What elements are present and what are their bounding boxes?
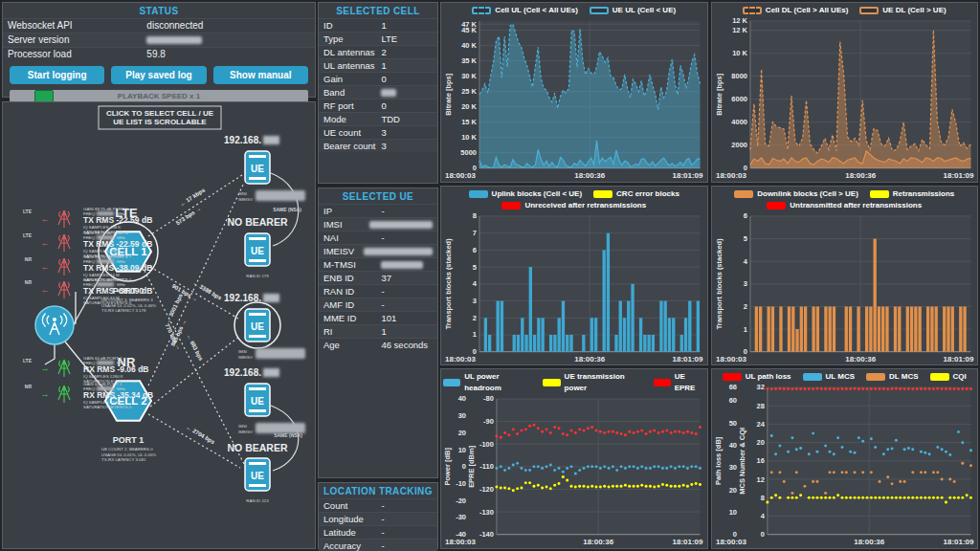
legend-item[interactable]: UE DL (Cell > UE) bbox=[859, 5, 946, 16]
bar bbox=[770, 306, 773, 351]
field-label: Band bbox=[323, 86, 381, 99]
bar bbox=[697, 300, 700, 351]
data-point bbox=[562, 475, 565, 478]
data-point bbox=[791, 496, 793, 499]
antenna-icon bbox=[58, 210, 70, 228]
data-point bbox=[599, 486, 602, 489]
data-point bbox=[886, 496, 889, 499]
data-point bbox=[636, 485, 639, 488]
ue-node-2[interactable]: UERAN ID 179 bbox=[245, 233, 270, 278]
data-point bbox=[940, 387, 943, 390]
legend-item[interactable]: Uplink blocks (Cell < UE) bbox=[469, 188, 582, 200]
legend-label: UE EPRE bbox=[675, 371, 705, 394]
legend-swatch-icon bbox=[734, 190, 753, 198]
legend-item[interactable]: UL power headroom bbox=[443, 371, 531, 394]
x-tick: 18:00:36 bbox=[854, 538, 884, 546]
chart-legend: Cell UL (Cell < All UEs)UE UL (Cell < UE… bbox=[443, 5, 705, 16]
legend-item[interactable]: UE EPRE bbox=[654, 371, 705, 394]
field-value: TDD bbox=[381, 113, 433, 125]
y-tick: 2 bbox=[743, 302, 746, 311]
legend-item[interactable]: UL MCS bbox=[803, 371, 856, 383]
ue-node-3[interactable]: UE192.168.IMSIIMEISV bbox=[224, 293, 305, 360]
legend-item[interactable]: UE transmission power bbox=[543, 371, 641, 394]
data-point bbox=[574, 473, 577, 475]
data-point bbox=[682, 466, 685, 469]
data-point bbox=[661, 467, 664, 470]
bar bbox=[513, 335, 516, 352]
data-point bbox=[861, 387, 864, 390]
tx-arrow-icon: ← bbox=[41, 214, 50, 224]
data-point bbox=[969, 387, 972, 390]
y-tick: 3 bbox=[473, 297, 477, 305]
field-label: MME ID bbox=[323, 312, 381, 324]
legend-swatch-icon bbox=[767, 202, 786, 209]
data-point bbox=[844, 472, 847, 474]
data-point bbox=[500, 487, 502, 490]
redacted-value bbox=[381, 261, 423, 269]
show-manual-button[interactable]: Show manual bbox=[213, 66, 308, 84]
data-point bbox=[815, 480, 818, 483]
legend-label: Cell DL (Cell > All UEs) bbox=[766, 5, 848, 16]
redacted-ip bbox=[263, 294, 279, 302]
hint-line-1: CLICK TO SELECT CELL / UE bbox=[106, 109, 214, 118]
legend-item[interactable]: Cell DL (Cell > All UEs) bbox=[743, 5, 848, 16]
legend-item[interactable]: CQI bbox=[930, 371, 967, 383]
legend-item[interactable]: Retransmissions bbox=[870, 188, 954, 200]
legend-item[interactable]: DL MCS bbox=[866, 371, 919, 383]
legend-item[interactable]: UL path loss bbox=[723, 371, 791, 383]
legend-item[interactable]: Unreceived after retransmissions bbox=[501, 200, 646, 211]
bar bbox=[680, 335, 683, 352]
data-point bbox=[853, 472, 856, 474]
bar bbox=[496, 300, 499, 351]
data-point bbox=[915, 496, 918, 499]
data-point bbox=[549, 464, 552, 467]
bar bbox=[844, 306, 847, 351]
data-point bbox=[944, 451, 947, 453]
data-point bbox=[682, 431, 685, 434]
ue-node-5[interactable]: UERAN ID 213 bbox=[245, 458, 270, 503]
data-point bbox=[578, 485, 581, 488]
data-point bbox=[608, 430, 611, 433]
y-tick: -130 bbox=[479, 508, 494, 517]
bar bbox=[787, 306, 790, 351]
field-value: LTE bbox=[381, 33, 433, 45]
ue-node-1[interactable]: UE192.168.IMSIIMEISV bbox=[224, 135, 305, 202]
play-saved-log-button[interactable]: Play saved log bbox=[111, 66, 206, 84]
data-point bbox=[653, 466, 656, 469]
data-point bbox=[927, 452, 930, 455]
data-point bbox=[778, 387, 781, 390]
legend-item[interactable]: UE UL (Cell < UE) bbox=[590, 5, 676, 16]
legend-item[interactable]: Untransmitted after retransmissions bbox=[767, 200, 922, 211]
legend-item[interactable]: Downlink blocks (Cell > UE) bbox=[734, 188, 858, 200]
data-point bbox=[562, 471, 565, 474]
y-axis-label: Transport blocks (stacked) bbox=[715, 237, 724, 329]
link-bitrate-label: ← 17 kbps bbox=[179, 187, 207, 208]
data-point bbox=[840, 446, 843, 449]
legend-item[interactable]: Cell UL (Cell < All UEs) bbox=[472, 5, 577, 16]
bar bbox=[602, 250, 605, 351]
data-point bbox=[612, 430, 614, 433]
data-point bbox=[787, 387, 790, 390]
legend-item[interactable]: CRC error blocks bbox=[593, 188, 679, 200]
y-tick: -100 bbox=[479, 440, 494, 449]
data-point bbox=[927, 496, 930, 499]
data-point bbox=[512, 464, 515, 467]
base-station-node[interactable] bbox=[35, 306, 74, 344]
dashboard: STATUS Websocket APIdisconnectedServer v… bbox=[0, 0, 980, 551]
y-axis-label: Transport blocks (stacked) bbox=[444, 237, 453, 329]
bar bbox=[898, 306, 901, 351]
info-row: Count- bbox=[319, 498, 437, 512]
legend-label: UE UL (Cell < UE) bbox=[612, 5, 676, 16]
data-point bbox=[769, 472, 772, 474]
ue-imsi-label: IMSI bbox=[238, 424, 247, 429]
bar bbox=[881, 306, 884, 351]
data-point bbox=[927, 387, 930, 390]
ue-imsi-label: IMSI bbox=[238, 349, 247, 354]
bar bbox=[767, 306, 769, 351]
chart-legend: Unreceived after retransmissions bbox=[443, 200, 705, 211]
start-logging-button[interactable]: Start logging bbox=[10, 66, 104, 84]
field-label: UL antennas bbox=[323, 59, 381, 72]
rms-value: TX RMS -38.09 dB bbox=[83, 286, 152, 296]
tx-arrow-icon: ← bbox=[41, 238, 50, 248]
ue-node-4[interactable]: UE192.168.IMSIIMEISV bbox=[224, 367, 305, 434]
